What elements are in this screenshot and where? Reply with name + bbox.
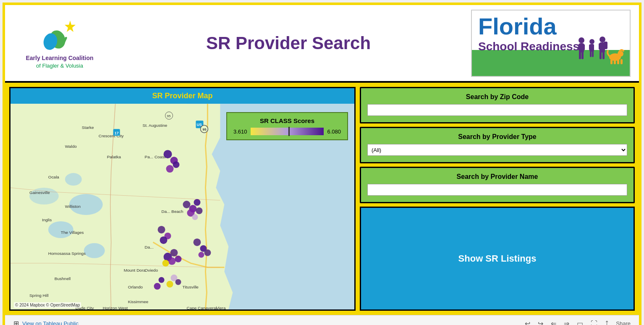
svg-point-92 [204,249,211,256]
search-provider-name-box: Search by Provider Name [360,167,635,203]
svg-point-77 [194,199,200,206]
svg-point-74 [173,161,180,168]
search-provider-name-title: Search by Provider Name [367,173,627,181]
svg-rect-18 [589,45,591,50]
svg-rect-15 [581,52,584,59]
svg-point-22 [599,37,605,42]
bottom-bar: ⊞ View on Tableau Public ↩ ↪ ⇐ ⇒ ▭ ⛶ ⤴ S… [5,315,639,325]
share-icon[interactable]: ⤴ [605,320,608,325]
elc-logo-icon [34,16,85,54]
tableau-icon: ⊞ [13,320,19,325]
svg-rect-27 [602,52,605,59]
zip-code-input[interactable] [367,104,627,116]
school-readiness-text: School Readiness [478,40,579,53]
svg-text:Pa... Coast: Pa... Coast [145,155,166,159]
show-listings-button[interactable]: Show SR Listings [360,207,635,311]
provider-type-select[interactable]: (All) [367,144,627,156]
search-provider-type-title: Search by Provider Type [367,133,627,141]
presentation-icon[interactable]: ▭ [577,320,583,325]
svg-point-95 [167,281,173,288]
svg-point-79 [196,207,202,214]
page-title: SR Provider Search [106,33,471,53]
map-title: SR Provider Map [152,92,212,100]
svg-rect-26 [599,52,602,59]
svg-point-88 [162,260,169,267]
svg-point-71 [164,150,172,158]
svg-rect-12 [578,44,581,50]
svg-marker-0 [65,21,76,32]
svg-point-96 [159,277,165,283]
svg-text:Kissimmee: Kissimmee [128,299,149,304]
svg-text:Da... Beach: Da... Beach [162,209,183,214]
map-copyright: © 2024 Mapbox © OpenStreetMap [14,302,81,308]
svg-text:Williston: Williston [65,204,81,209]
svg-text:Homosassa Springs: Homosassa Springs [48,251,86,256]
map-container[interactable]: Gainesville Williston Inglis The Village… [10,104,354,309]
svg-point-73 [166,165,174,173]
forward-icon[interactable]: ⇒ [564,320,569,325]
class-legend-min: 3.610 [233,128,247,135]
class-gradient-bar [251,128,324,135]
svg-rect-30 [610,59,613,64]
logo-text: Early Learning Coalition of Flagler & Vo… [26,54,93,70]
map-section: SR Provider Map [9,87,356,311]
class-legend: SR CLASS Scores 3.610 6.080 [226,112,348,140]
svg-rect-21 [592,51,594,57]
back-icon[interactable]: ⇐ [551,320,556,325]
figures-svg [575,34,626,68]
svg-text:Inglis: Inglis [42,218,52,222]
outer-border: Early Learning Coalition of Flagler & Vo… [3,3,641,325]
svg-point-86 [168,257,176,265]
svg-point-87 [175,256,182,262]
svg-point-81 [158,226,165,233]
florida-school-readiness-logo: Florida School Readiness [471,10,631,77]
svg-point-75 [183,201,190,208]
fullscreen-icon[interactable]: ⛶ [591,320,597,325]
main-content: SR Provider Map [5,83,639,315]
svg-text:Starke: Starke [82,125,94,130]
svg-text:95: 95 [167,114,171,118]
svg-rect-32 [617,59,619,64]
svg-text:95: 95 [202,128,206,131]
svg-text:Bushnell: Bushnell [55,276,71,281]
undo-icon[interactable]: ↩ [525,320,530,325]
show-listings-label: Show SR Listings [458,253,537,264]
svg-text:Mount Dora: Mount Dora [124,268,146,273]
class-gradient-marker [288,127,290,136]
svg-point-97 [154,283,161,290]
tableau-link[interactable]: View on Tableau Public [22,320,79,325]
class-legend-title: SR CLASS Scores [233,117,341,124]
svg-rect-20 [590,51,592,57]
logo-left: Early Learning Coalition of Flagler & Vo… [13,16,106,70]
svg-text:Viera: Viera [216,306,226,309]
svg-point-37 [84,243,105,258]
svg-text:Da...: Da... [145,245,154,249]
search-zip-box: Search by Zip Code [360,87,635,123]
svg-text:Gainesville: Gainesville [29,190,50,195]
svg-rect-31 [614,59,616,64]
page-title-container: SR Provider Search [106,33,471,53]
svg-point-89 [193,239,201,246]
svg-rect-13 [582,44,585,50]
class-legend-max: 6.080 [327,128,341,135]
redo-icon[interactable]: ↪ [538,320,543,325]
svg-text:The Villages: The Villages [61,230,84,235]
svg-text:Oviedo: Oviedo [145,268,158,273]
svg-point-83 [160,236,168,244]
svg-text:St. Augustine: St. Augustine [143,123,168,128]
provider-name-input[interactable] [367,184,627,196]
svg-point-91 [198,252,204,258]
svg-text:US: US [196,123,202,127]
svg-text:17: 17 [115,131,119,135]
svg-rect-25 [599,43,601,50]
svg-point-10 [579,37,584,43]
search-zip-title: Search by Zip Code [367,93,627,101]
svg-text:Horizon West: Horizon West [103,306,128,309]
logo-line2: of Flagler & Volusia [36,63,83,69]
svg-rect-8 [50,37,52,46]
svg-point-16 [589,39,594,44]
svg-rect-14 [579,52,581,59]
share-label[interactable]: Share [616,320,631,325]
class-legend-bar: 3.610 6.080 [233,128,341,135]
svg-text:Ocala: Ocala [48,175,59,179]
